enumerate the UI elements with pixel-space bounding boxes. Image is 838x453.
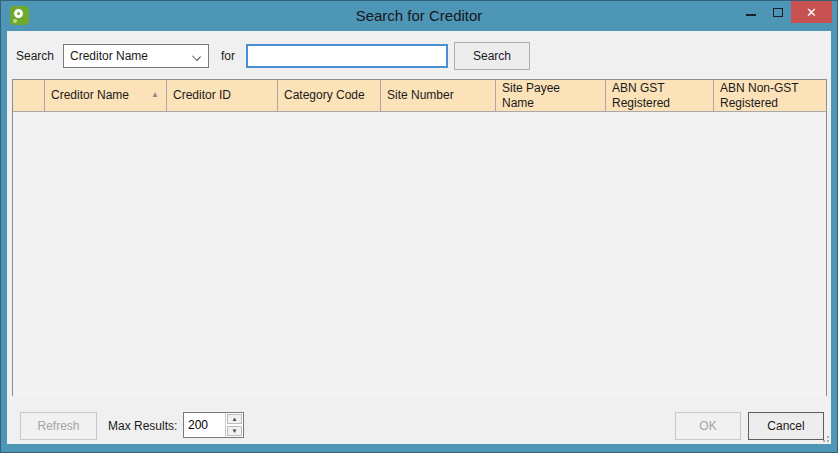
column-header-creditor-id[interactable]: Creditor ID xyxy=(167,80,278,111)
refresh-button[interactable]: Refresh xyxy=(20,412,97,440)
results-grid-header: Creditor Name▲Creditor IDCategory CodeSi… xyxy=(13,80,826,112)
cancel-button[interactable]: Cancel xyxy=(748,412,824,440)
column-header-abn-gst-registered[interactable]: ABN GST Registered xyxy=(606,80,714,111)
column-header-creditor-name[interactable]: Creditor Name▲ xyxy=(45,80,167,111)
chevron-down-icon xyxy=(192,52,201,61)
search-button[interactable]: Search xyxy=(454,42,530,70)
titlebar[interactable]: Search for Creditor ✕ xyxy=(1,1,837,31)
search-field-dropdown[interactable]: Creditor Name xyxy=(63,44,209,68)
maximize-icon xyxy=(773,8,783,17)
minimize-icon xyxy=(746,14,756,16)
column-header-site-number[interactable]: Site Number xyxy=(381,80,496,111)
spinner-buttons: ▲ ▼ xyxy=(225,413,243,437)
window-title: Search for Creditor xyxy=(1,7,837,24)
column-header-label: ABN Non-GST Registered xyxy=(720,81,799,110)
dialog-client-area: Search Creditor Name for Search Creditor… xyxy=(7,31,831,444)
close-icon: ✕ xyxy=(806,6,817,19)
search-field-selected-option: Creditor Name xyxy=(70,49,148,63)
max-results-label: Max Results: xyxy=(108,419,177,433)
column-header-label: Creditor ID xyxy=(173,88,231,102)
search-query-input[interactable] xyxy=(246,44,448,68)
column-header-label: Creditor Name xyxy=(51,88,129,102)
spinner-down-button[interactable]: ▼ xyxy=(227,426,242,436)
minimize-button[interactable] xyxy=(737,1,764,23)
column-header-label: ABN GST Registered xyxy=(612,81,670,110)
column-header-label: Category Code xyxy=(284,88,365,102)
close-button[interactable]: ✕ xyxy=(791,1,832,23)
sort-ascending-icon: ▲ xyxy=(151,90,159,99)
maximize-button[interactable] xyxy=(764,1,791,23)
results-grid: Creditor Name▲Creditor IDCategory CodeSi… xyxy=(12,79,827,396)
column-header-abn-non-gst-registered[interactable]: ABN Non-GST Registered xyxy=(714,80,826,111)
spinner-up-button[interactable]: ▲ xyxy=(227,414,242,424)
column-header-site-payee-name[interactable]: Site Payee Name xyxy=(496,80,606,111)
resize-grip[interactable] xyxy=(819,432,829,442)
results-grid-body[interactable] xyxy=(13,112,826,396)
for-label: for xyxy=(221,49,235,63)
row-selector-header[interactable] xyxy=(13,80,45,111)
max-results-spinner: ▲ ▼ xyxy=(183,412,244,438)
max-results-input[interactable] xyxy=(184,413,225,437)
search-label: Search xyxy=(16,49,54,63)
column-header-category-code[interactable]: Category Code xyxy=(278,80,381,111)
column-header-label: Site Number xyxy=(387,88,454,102)
arrow-down-icon: ▼ xyxy=(232,428,238,434)
search-for-creditor-dialog: Search for Creditor ✕ Search Creditor Na… xyxy=(0,0,838,453)
arrow-up-icon: ▲ xyxy=(232,416,238,422)
column-header-label: Site Payee Name xyxy=(502,81,560,110)
window-controls: ✕ xyxy=(737,1,832,23)
ok-button[interactable]: OK xyxy=(675,412,741,440)
